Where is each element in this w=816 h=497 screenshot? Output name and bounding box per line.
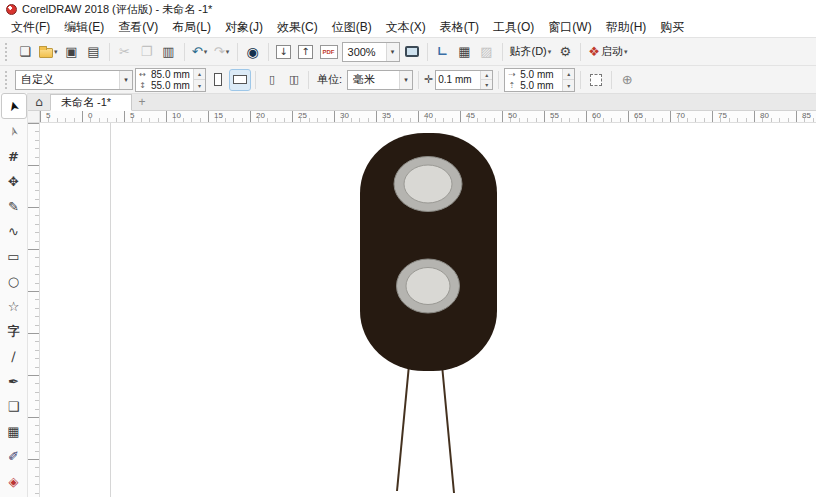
- ellipse-tool-icon: ○: [8, 275, 19, 288]
- portrait-icon: [214, 73, 222, 86]
- page-size-stepper-up[interactable]: ▴: [194, 69, 205, 80]
- export-icon: ↑: [298, 45, 313, 59]
- toolbar-grip[interactable]: [5, 43, 10, 61]
- units-combo[interactable]: 毫米 ▾: [347, 70, 413, 90]
- duplicate-x-field[interactable]: 5.0 mm: [518, 69, 562, 80]
- publish-pdf-button[interactable]: PDF: [318, 42, 340, 62]
- paste-button[interactable]: ▥: [159, 42, 179, 62]
- workspace: ➤ ➢ # ✥ ✎ ∿ ▭ ○ ☆ 字 ∕ ✒ ❑ ▦ ✐ ◈ ⌂ 未命名 -1…: [0, 93, 816, 497]
- menu-edit[interactable]: 编辑(E): [57, 18, 111, 37]
- open-button[interactable]: ▾: [37, 42, 60, 62]
- nudge-stepper-up[interactable]: ▴: [481, 71, 492, 80]
- eyedropper-tool[interactable]: ✐: [2, 444, 26, 468]
- page-preset-combo[interactable]: 自定义 ▾: [15, 70, 133, 90]
- save-button[interactable]: ▣: [62, 42, 82, 62]
- options-button[interactable]: ⚙: [555, 42, 575, 62]
- component-drawing[interactable]: [40, 123, 816, 497]
- new-tab-button[interactable]: +: [132, 94, 152, 110]
- menu-bitmaps[interactable]: 位图(B): [325, 18, 379, 37]
- chevron-down-icon[interactable]: ▾: [399, 71, 412, 89]
- chevron-down-icon[interactable]: ▾: [119, 71, 132, 89]
- left-lead-line[interactable]: [397, 365, 409, 491]
- canvas-row: [28, 123, 816, 497]
- nudge-distance-field[interactable]: 0.1 mm: [436, 74, 480, 85]
- document-tab[interactable]: 未命名 -1*: [50, 94, 132, 111]
- add-docker-button[interactable]: ⊕: [617, 70, 637, 90]
- text-tool[interactable]: 字: [2, 319, 26, 343]
- show-guidelines-button[interactable]: ▨: [477, 42, 497, 62]
- transparency-tool[interactable]: ▦: [2, 419, 26, 443]
- menu-layout[interactable]: 布局(L): [165, 18, 218, 37]
- chevron-down-icon: ▾: [548, 48, 552, 56]
- page-height-field[interactable]: 55.0 mm: [149, 80, 193, 91]
- show-rulers-button[interactable]: ∟: [433, 42, 453, 62]
- new-document-button[interactable]: ❏: [15, 42, 35, 62]
- nudge-stepper-down[interactable]: ▾: [481, 79, 492, 89]
- print-button[interactable]: ▤: [84, 42, 104, 62]
- crop-tool[interactable]: #: [2, 144, 26, 168]
- fullscreen-preview-button[interactable]: [402, 42, 422, 62]
- menu-window[interactable]: 窗口(W): [541, 18, 598, 37]
- artistic-media-tool[interactable]: ∿: [2, 219, 26, 243]
- snap-to-button[interactable]: 贴齐(D)▾: [508, 42, 554, 62]
- pen-tool[interactable]: ✒: [2, 369, 26, 393]
- menu-effects[interactable]: 效果(C): [270, 18, 325, 37]
- export-button[interactable]: ↑: [296, 42, 316, 62]
- duplicate-stepper-up[interactable]: ▴: [563, 69, 574, 80]
- copy-button[interactable]: ❐: [137, 42, 157, 62]
- right-lead-line[interactable]: [442, 365, 454, 493]
- bottom-ring-inner[interactable]: [406, 268, 450, 305]
- duplicate-stepper-down[interactable]: ▾: [563, 79, 574, 91]
- menu-object[interactable]: 对象(J): [218, 18, 270, 37]
- menu-file[interactable]: 文件(F): [4, 18, 57, 37]
- home-button[interactable]: ⌂: [28, 94, 50, 110]
- smart-fill-tool[interactable]: ◈: [2, 469, 26, 493]
- portrait-button[interactable]: [208, 70, 228, 90]
- landscape-button[interactable]: [230, 70, 250, 90]
- show-grid-button[interactable]: ▦: [455, 42, 475, 62]
- zoom-level-combo[interactable]: 300% ▾: [342, 42, 400, 62]
- drawing-canvas[interactable]: [40, 123, 816, 497]
- rectangle-tool[interactable]: ▭: [2, 244, 26, 268]
- page-size-stepper-down[interactable]: ▾: [194, 79, 205, 91]
- menu-view[interactable]: 查看(V): [111, 18, 165, 37]
- duplicate-x-icon: ⇢: [505, 70, 518, 79]
- drop-shadow-tool-icon: ❑: [8, 400, 20, 413]
- shape-tool[interactable]: ➢: [2, 119, 26, 143]
- cut-button[interactable]: ✂: [115, 42, 135, 62]
- dimension-tool[interactable]: ∕: [2, 344, 26, 368]
- menu-text[interactable]: 文本(X): [379, 18, 433, 37]
- undo-button[interactable]: ↶▾: [190, 42, 210, 62]
- launch-icon: ❖: [588, 45, 600, 58]
- menu-tools[interactable]: 工具(O): [486, 18, 541, 37]
- toolbar-grip[interactable]: [5, 71, 10, 89]
- duplicate-y-field[interactable]: 5.0 mm: [518, 80, 562, 91]
- search-content-button[interactable]: ◉: [243, 42, 263, 62]
- page-border-button[interactable]: [586, 70, 606, 90]
- home-icon: ⌂: [35, 96, 43, 108]
- page-width-field[interactable]: 85.0 mm: [149, 69, 193, 80]
- redo-button[interactable]: ↷▾: [212, 42, 232, 62]
- all-pages-button[interactable]: ▯▯: [283, 70, 303, 90]
- pick-tool[interactable]: ➤: [2, 94, 26, 118]
- top-ring-inner[interactable]: [404, 165, 452, 203]
- menu-table[interactable]: 表格(T): [433, 18, 486, 37]
- facing-pages-icon: ▯▯: [289, 73, 297, 86]
- vertical-ruler[interactable]: [28, 123, 40, 497]
- launch-button[interactable]: ❖启动▾: [586, 42, 629, 62]
- drop-shadow-tool[interactable]: ❑: [2, 394, 26, 418]
- menu-buy[interactable]: 购买: [653, 18, 691, 37]
- horizontal-ruler[interactable]: 50510152025303540455055606570758085: [40, 111, 816, 123]
- property-bar: 自定义 ▾ ↔ 85.0 mm ↕ 55.0 mm ▴ ▾ ▯ ▯▯: [0, 65, 816, 93]
- menu-help[interactable]: 帮助(H): [599, 18, 654, 37]
- page-height-icon: ↕: [136, 81, 149, 90]
- polygon-tool[interactable]: ☆: [2, 294, 26, 318]
- pan-tool[interactable]: ✥: [2, 169, 26, 193]
- freehand-tool[interactable]: ✎: [2, 194, 26, 218]
- ellipse-tool[interactable]: ○: [2, 269, 26, 293]
- chevron-down-icon[interactable]: ▾: [386, 43, 399, 61]
- current-page-button[interactable]: ▯: [261, 70, 281, 90]
- ruler-origin-box[interactable]: [28, 111, 40, 123]
- open-folder-icon: [39, 48, 53, 58]
- import-button[interactable]: ↓: [274, 42, 294, 62]
